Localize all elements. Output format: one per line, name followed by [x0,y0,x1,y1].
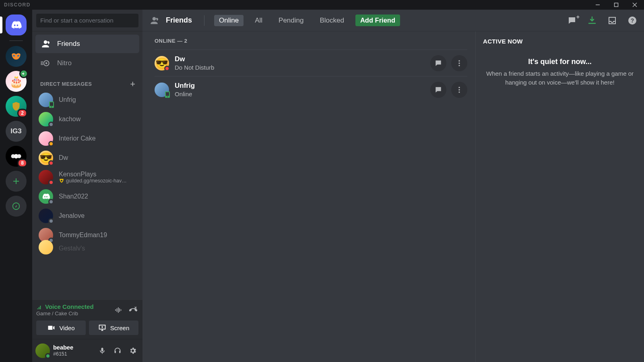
status-offline-icon [48,122,54,127]
speaker-icon [22,72,26,76]
dm-scroll-area[interactable]: Friends Nitro DIRECT MESSAGES + Unfrig [32,31,142,300]
svg-rect-11 [50,102,53,106]
window-minimize-button[interactable] [588,0,607,10]
status-online-icon [45,353,51,359]
chat-bubble-icon [434,59,442,67]
user-avatar-wrap[interactable] [35,343,50,358]
deafen-button[interactable] [111,344,124,357]
disconnect-button[interactable] [128,305,138,315]
maximize-icon [614,2,619,7]
tab-online[interactable]: Online [214,15,244,26]
mute-button[interactable] [96,344,109,357]
help-icon: ? [627,16,637,25]
new-dm-button[interactable]: + [130,81,135,88]
add-server-button[interactable] [6,171,27,192]
dm-name: Jenalove [59,212,85,219]
dm-item[interactable]: Jenalove [35,206,139,225]
noise-suppression-button[interactable] [113,305,123,315]
download-icon [587,16,597,25]
window-close-button[interactable] [625,0,644,10]
minimize-icon [595,2,600,7]
help-button[interactable]: ? [627,15,638,26]
server-list: 🎂 2 IG3 8 [0,10,32,362]
downloads-button[interactable] [587,15,597,26]
plus-icon [11,176,21,186]
status-offline-icon [48,199,54,205]
dm-name: Interior Cake [59,135,96,142]
svg-point-15 [458,60,460,61]
user-info[interactable]: beabee #6151 [53,344,93,357]
voice-status[interactable]: Voice Connected [36,303,94,310]
svg-point-23 [458,91,460,93]
tab-blocked[interactable]: Blocked [315,15,349,26]
add-friend-button[interactable]: Add Friend [355,14,400,26]
dm-name: Gestalv's [59,245,85,252]
mask-icon [10,50,23,63]
dm-item[interactable]: Unfrig [35,90,139,110]
active-now-header: ACTIVE NOW [483,38,637,45]
soundwave-icon [114,306,122,314]
settings-button[interactable] [126,344,139,357]
svg-point-17 [458,65,460,66]
friend-name: Dw [175,55,425,63]
compass-icon [12,202,21,211]
message-button[interactable] [430,82,446,98]
status-offline-icon [48,218,54,224]
server-home[interactable] [6,14,27,35]
friends-list-header: ONLINE — 2 [155,38,467,44]
status-mobile-online-icon [49,101,54,108]
voice-panel: Voice Connected Game / Cake Crib Video S… [32,300,142,339]
tab-pending[interactable]: Pending [274,15,308,26]
dm-item[interactable]: 😎 Dw [35,148,139,168]
server-unread-badge: 2 [17,109,27,118]
main-content: Friends Online All Pending Blocked Add F… [142,10,644,362]
dm-item[interactable]: Gestalv's [35,245,139,254]
friends-icon [149,15,159,26]
dm-name: KensonPlays [59,171,127,178]
status-dnd-icon [48,180,54,185]
user-tag: #6151 [53,351,93,357]
friend-row[interactable]: 😎 Dw Do Not Disturb [155,50,467,76]
new-group-dm-button[interactable]: + [567,15,577,26]
explore-servers-button[interactable] [6,196,27,217]
headphones-icon [114,347,122,355]
friend-name: Unfrig [175,82,425,90]
more-button[interactable] [451,82,467,98]
dm-item[interactable]: kachow [35,110,139,129]
screen-share-button[interactable]: Screen [89,321,138,335]
friends-list-column: ONLINE — 2 😎 Dw Do Not Disturb [142,31,476,362]
window-controls [588,0,644,10]
user-panel: beabee #6151 [32,339,142,362]
server-initials: IG3 [10,127,21,135]
dm-item[interactable]: Shan2022 [35,187,139,206]
server-separator [9,40,23,41]
close-icon [632,2,637,7]
server-mask[interactable] [6,46,27,67]
server-ig3[interactable]: IG3 [6,121,27,142]
dm-item[interactable]: Interior Cake [35,129,139,148]
voice-channel-name[interactable]: Game / Cake Crib [36,310,94,316]
tab-all[interactable]: All [250,15,267,26]
friend-row[interactable]: Unfrig Online [155,76,467,103]
dm-sidebar: Friends Nitro DIRECT MESSAGES + Unfrig [32,10,142,362]
svg-point-16 [458,62,460,64]
screen-share-icon [98,324,106,332]
search-container [32,10,142,31]
video-button[interactable]: Video [36,321,86,335]
app-logo-text: DISCORD [4,2,31,8]
more-button[interactable] [451,55,467,71]
dm-item[interactable]: KensonPlays guilded.gg/mesozoic-hav… [35,168,139,187]
nav-friends[interactable]: Friends [35,35,139,53]
gear-icon [129,347,137,355]
message-button[interactable] [430,55,446,71]
inbox-button[interactable] [607,15,617,26]
dm-name: Dw [59,154,68,161]
svg-point-20 [167,96,168,97]
svg-text:?: ? [631,17,634,24]
window-maximize-button[interactable] [607,0,625,10]
nav-nitro[interactable]: Nitro [35,54,139,72]
voice-status-text: Voice Connected [45,303,94,310]
avatar [39,240,53,254]
dm-name: Unfrig [59,96,76,103]
search-input[interactable] [36,14,138,27]
